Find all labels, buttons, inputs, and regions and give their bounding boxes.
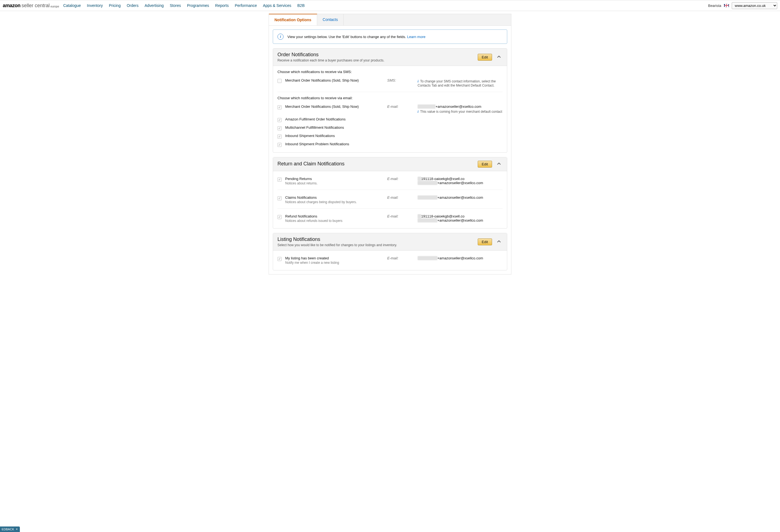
email-channel-label: E-mail: [387,214,418,218]
email-value: xx191118-oaioekgb@xsell.co [418,177,502,181]
email-row: Inbound Shipment Problem Notifications [278,140,502,149]
logo[interactable]: amazon seller central europe [3,3,59,8]
edit-button-listing[interactable]: Edit [478,238,492,245]
checkbox-email-mcf[interactable] [278,126,282,130]
user-name[interactable]: Bearista [708,4,721,8]
chevron-up-icon [497,162,501,166]
listing-item-title: My listing has been created [285,256,387,260]
email-row: Amazon Fulfilment Order Notifications [278,115,502,124]
email-value: xx191118-oaioekgb@xsell.co [418,214,502,218]
uk-flag-icon[interactable] [724,4,729,7]
checkbox-email-afn[interactable] [278,118,282,122]
nav-programmes[interactable]: Programmes [187,3,209,8]
section-head-order: Order Notifications Receive a notificati… [273,49,507,66]
email-heading: Choose which notifications to receive vi… [278,96,502,100]
checkbox-email-inbound[interactable] [278,135,282,139]
sms-item-label: Merchant Order Notifications (Sold, Ship… [285,78,387,83]
info-icon: i [278,34,284,40]
info-icon: i [418,110,419,114]
nav-performance[interactable]: Performance [235,3,257,8]
nav-b2b[interactable]: B2B [297,3,304,8]
panel-notification-options: i View your settings below. Use the 'Edi… [269,25,511,274]
email-value: xxxxxxxxxx+amazonseller@xsellco.com [418,104,502,109]
return-row: Refund NotificationsNotices about refund… [278,213,502,224]
nav-pricing[interactable]: Pricing [109,3,121,8]
email-item-label: Amazon Fulfilment Order Notifications [285,117,387,121]
checkbox-sms-merchant-order[interactable] [278,79,282,83]
email-item-label: Merchant Order Notifications (Sold, Ship… [285,104,387,109]
logo-amazon-text: amazon [3,3,20,8]
listing-item-desc: Notify me when I create a new listing [285,261,387,265]
email-item-label: Multichannel Fullfillment Notifications [285,125,387,129]
checkbox-return-2[interactable] [278,215,282,219]
section-head-listing: Listing Notifications Select how you wou… [273,233,507,251]
nav-inventory[interactable]: Inventory [87,3,103,8]
return-row: Claims NotificationsNotices about charge… [278,194,502,206]
email-value: xxxxxxxxxxx+amazonseller@xsellco.com [418,181,502,185]
email-channel-label: E-mail: [387,104,418,109]
nav-apps-services[interactable]: Apps & Services [263,3,291,8]
email-value: xxxxxxxxxxx+amazonseller@xsellco.com [418,218,502,222]
sms-heading: Choose which notifications to receive vi… [278,70,502,74]
section-title: Order Notifications [278,52,478,58]
checkbox-return-0[interactable] [278,177,282,182]
marketplace-select[interactable]: www.amazon.co.uk [732,2,777,9]
nav-catalogue[interactable]: Catalogue [63,3,81,8]
collapse-toggle[interactable] [495,55,502,60]
info-alert: i View your settings below. Use the 'Edi… [273,30,507,44]
section-return-claim: Return and Claim Notifications Edit Pend… [273,157,507,228]
return-row: Pending ReturnsNotices about returns.E-m… [278,175,502,187]
sms-channel-label: SMS: [387,78,418,83]
email-item-label: Inbound Shipment Notifications [285,134,387,138]
return-item-desc: Notices about refunds issued to buyers [285,219,387,223]
checkbox-listing-created[interactable] [278,257,282,261]
main-nav: Catalogue Inventory Pricing Orders Adver… [63,3,304,8]
tab-notification-options[interactable]: Notification Options [269,14,317,25]
sms-row: Merchant Order Notifications (Sold, Ship… [278,76,502,89]
nav-stores[interactable]: Stores [170,3,181,8]
email-row: Inbound Shipment Notifications [278,132,502,140]
checkbox-return-1[interactable] [278,196,282,200]
email-channel-label: E-mail: [387,196,418,200]
nav-reports[interactable]: Reports [215,3,229,8]
edit-button-order[interactable]: Edit [478,54,492,61]
return-item-title: Pending Returns [285,177,387,181]
edit-button-return[interactable]: Edit [478,161,492,168]
nav-advertising[interactable]: Advertising [145,3,163,8]
collapse-toggle[interactable] [495,240,502,244]
sms-note: iTo change your SMS contact information,… [418,79,502,87]
email-value: xxxxxxxxxxx+amazonseller@xsellco.com [418,256,502,260]
section-title: Return and Claim Notifications [278,161,478,167]
email-row: Multichannel Fullfillment Notifications [278,124,502,132]
email-note: iThis value is coming from your merchant… [418,110,502,114]
section-listing: Listing Notifications Select how you wou… [273,233,507,270]
tab-bar: Notification Options Contacts [269,14,511,25]
alert-text: View your settings below. Use the 'Edit'… [287,35,425,39]
learn-more-link[interactable]: Learn more [407,35,425,39]
email-item-label: Inbound Shipment Problem Notifications [285,142,387,146]
logo-region-text: europe [50,5,59,8]
chevron-up-icon [497,55,501,59]
section-order-notifications: Order Notifications Receive a notificati… [273,48,507,153]
email-value: xxxxxxxxxxx+amazonseller@xsellco.com [418,196,502,200]
section-head-return: Return and Claim Notifications Edit [273,157,507,171]
email-channel-label: E-mail: [387,177,418,181]
top-nav: amazon seller central europe Catalogue I… [0,0,780,11]
email-row: Merchant Order Notifications (Sold, Ship… [278,103,502,115]
section-title: Listing Notifications [278,236,478,242]
section-subtitle: Select how you would like to be notified… [278,243,478,247]
chevron-up-icon [497,240,501,244]
collapse-toggle[interactable] [495,162,502,166]
return-item-desc: Notices about charges being disputed by … [285,200,387,204]
tab-contacts[interactable]: Contacts [317,14,344,25]
info-icon: i [418,79,419,83]
return-item-title: Refund Notifications [285,214,387,218]
section-subtitle: Receive a notification each time a buyer… [278,58,478,62]
logo-seller-central-text: seller central [21,3,50,8]
checkbox-email-merchant-order[interactable] [278,105,282,109]
listing-row: My listing has been created Notify me wh… [278,254,502,266]
email-channel-label: E-mail: [387,256,418,260]
return-item-title: Claims Notifications [285,196,387,200]
checkbox-email-inbound-problem[interactable] [278,143,282,147]
nav-orders[interactable]: Orders [127,3,139,8]
